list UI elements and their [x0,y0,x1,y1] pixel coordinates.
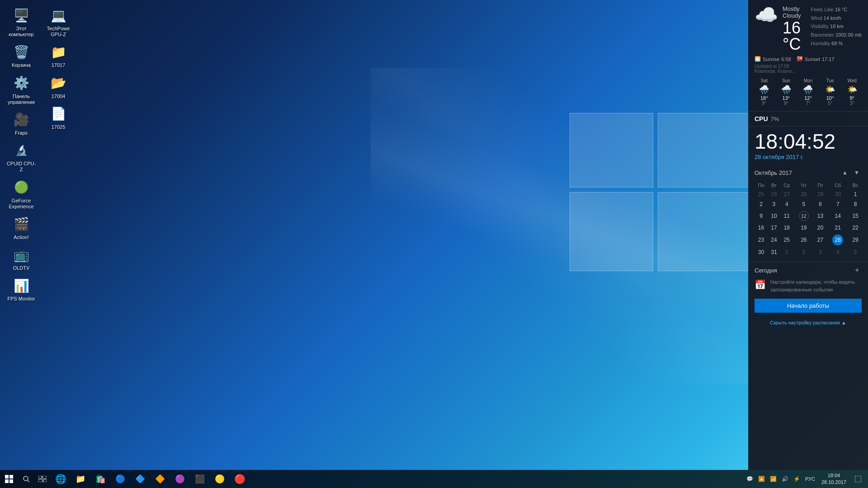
forecast-tue-label: Tue [821,78,840,83]
barometer-value: 1002.00 mb [835,32,862,38]
taskbar-app-8[interactable]: ⬛ [190,470,210,488]
taskbar-app-explorer[interactable]: 📁 [71,470,90,488]
taskbar-app-store[interactable]: 🛍️ [90,470,110,488]
forecast-day-mon: Mon 🌧️ 12° 7° [798,78,818,106]
forecast-wed-high: 9° [842,95,862,101]
geforce-icon: 🟢 [12,178,30,197]
taskbar-app-edge[interactable]: 🌐 [51,470,71,488]
cal-day-18[interactable]: 18 [780,223,793,233]
taskbar-app-media[interactable]: 🔴 [230,470,250,488]
icon-folder-17004[interactable]: 📂 17004 [41,72,76,101]
icon-folder-17017[interactable]: 📁 17017 [41,41,76,70]
cal-day-13[interactable]: 13 [814,209,827,223]
tray-network-icon[interactable]: 📶 [768,470,779,488]
svg-rect-0 [5,475,9,479]
cal-day-2[interactable]: 2 [755,199,768,209]
cal-day-21[interactable]: 21 [826,223,849,233]
cal-day-11[interactable]: 11 [780,209,793,223]
cal-day-19[interactable]: 19 [793,223,814,233]
svg-rect-10 [855,476,861,482]
taskbar-app-9[interactable]: 🟡 [210,470,230,488]
cal-day-1-nov[interactable]: 1 [780,247,793,257]
icon-action[interactable]: 🎬 Action! [4,213,39,242]
calendar-prev-btn[interactable]: ▲ [840,168,850,178]
cal-day-5[interactable]: 5 [793,199,814,209]
cal-day-20[interactable]: 20 [814,223,827,233]
cal-day-10[interactable]: 10 [768,209,780,223]
cal-day-1[interactable]: 1 [849,189,862,199]
cal-day-26[interactable]: 26 [793,233,814,247]
events-header: Сегодня + [755,266,862,275]
cal-day-30-sep[interactable]: 30 [826,189,849,199]
cal-day-4[interactable]: 4 [780,199,793,209]
taskbar-app-7[interactable]: 🟣 [170,470,190,488]
icon-oldtv[interactable]: 📺 OLDTV [4,244,39,273]
calendar-next-btn[interactable]: ▼ [852,168,862,178]
cal-day-6[interactable]: 6 [814,199,827,209]
task-view-button[interactable] [34,470,51,488]
search-button[interactable] [18,470,34,488]
forecast-day-sun: Sun 🌧️ 13° 9° [777,78,796,106]
cal-day-28-today[interactable]: 28 [826,233,849,247]
desktop-background [0,0,868,488]
clock-section: 18:04:52 28 октября 2017 г. [748,127,868,168]
cal-day-22[interactable]: 22 [849,223,862,233]
cal-day-29[interactable]: 29 [849,233,862,247]
cal-day-28-sep[interactable]: 28 [793,189,814,199]
cal-day-4-nov[interactable]: 4 [826,247,849,257]
cal-day-31[interactable]: 31 [768,247,780,257]
svg-rect-8 [38,479,42,482]
cal-day-23[interactable]: 23 [755,233,768,247]
icon-geforce[interactable]: 🟢 GeForce Experience [4,177,39,211]
taskbar-clock[interactable]: 18:04 28.10.2017 [818,470,850,488]
icon-my-computer[interactable]: 🖥️ Этот компьютер [4,5,39,39]
cal-day-7[interactable]: 7 [826,199,849,209]
cal-day-2-nov[interactable]: 2 [793,247,814,257]
tray-chat-icon[interactable]: 💬 [745,470,755,488]
cal-day-8[interactable]: 8 [849,199,862,209]
cal-day-12[interactable]: 12 [793,209,814,223]
svg-line-5 [28,480,29,482]
cal-day-26-sep[interactable]: 26 [768,189,780,199]
cal-day-15[interactable]: 15 [849,209,862,223]
cal-day-29-sep[interactable]: 29 [814,189,827,199]
hide-schedule-link[interactable]: Скрыть настройку расписания ▲ [748,316,868,329]
cal-day-9[interactable]: 9 [755,209,768,223]
tray-language[interactable]: РУС [803,476,817,482]
cal-day-25[interactable]: 25 [780,233,793,247]
icon-folder-17025[interactable]: 📄 17025 [41,103,76,132]
cal-day-30[interactable]: 30 [755,247,768,257]
start-button[interactable]: Начало работы [755,299,862,313]
tray-volume-icon[interactable]: 🔊 [780,470,791,488]
events-placeholder-text: Настройте календари, чтобы видеть заплан… [770,278,862,293]
cal-day-3[interactable]: 3 [768,199,780,209]
cal-day-27-sep[interactable]: 27 [780,189,793,199]
add-event-button[interactable]: + [853,266,862,275]
desktop-icons-col1: 🖥️ Этот компьютер 🗑️ Корзина ⚙️ Панель у… [4,5,39,304]
cal-day-17[interactable]: 17 [768,223,780,233]
icon-techpowerup[interactable]: 💻 TechPowe GPU-Z [41,5,76,39]
icon-fps-monitor[interactable]: 📊 FPS Monitor [4,275,39,304]
tray-show-icons[interactable]: 🔼 [756,470,767,488]
notification-center-button[interactable] [851,470,865,488]
taskbar-app-6[interactable]: 🔶 [150,470,170,488]
start-button-taskbar[interactable] [0,470,18,488]
icon-cpuid[interactable]: 🔬 CPUID CPU-Z [4,140,39,174]
forecast-sat-icon: 🌧️ [755,84,774,94]
forecast-mon-icon: 🌧️ [798,84,818,94]
sunset-value: 17:17 [822,56,835,62]
tray-power-icon[interactable]: ⚡ [792,470,802,488]
taskbar-app-5[interactable]: 🔷 [130,470,150,488]
cal-day-27[interactable]: 27 [814,233,827,247]
icon-fraps[interactable]: 🎥 Fraps [4,109,39,138]
cal-day-24[interactable]: 24 [768,233,780,247]
taskbar-app-chrome[interactable]: 🔵 [110,470,130,488]
icon-control-panel[interactable]: ⚙️ Панель управления [4,72,39,107]
cal-day-5-nov[interactable]: 5 [849,247,862,257]
cal-day-25-sep[interactable]: 25 [755,189,768,199]
icon-recycle-bin[interactable]: 🗑️ Корзина [4,41,39,70]
cal-day-14[interactable]: 14 [826,209,849,223]
forecast-sun-high: 13° [777,95,796,101]
cal-day-3-nov[interactable]: 3 [814,247,827,257]
cal-day-16[interactable]: 16 [755,223,768,233]
